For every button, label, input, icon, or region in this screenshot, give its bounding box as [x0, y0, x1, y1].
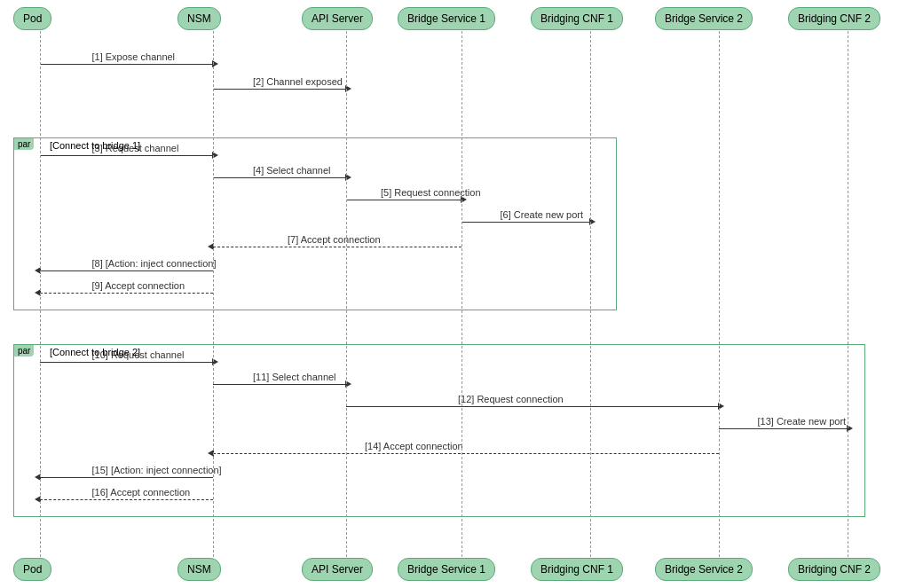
fragment-f1: par[Connect to bridge 1] [13, 137, 617, 310]
fragment-title-f1: [Connect to bridge 1] [50, 140, 140, 151]
actor-bottom-bs1: Bridge Service 1 [398, 558, 495, 581]
actor-top-nsm: NSM [178, 7, 221, 30]
actor-bottom-pod: Pod [13, 558, 51, 581]
arrow-label-a1: [1] Expose channel [92, 51, 176, 62]
actor-bottom-api: API Server [302, 558, 373, 581]
actor-top-bcnf1: Bridging CNF 1 [531, 7, 623, 30]
actor-bottom-bs2: Bridge Service 2 [655, 558, 753, 581]
fragment-label-f2: par [14, 345, 34, 357]
actor-bottom-nsm: NSM [178, 558, 221, 581]
actor-top-bcnf2: Bridging CNF 2 [788, 7, 880, 30]
fragment-label-f1: par [14, 138, 34, 150]
actor-top-bs1: Bridge Service 1 [398, 7, 495, 30]
fragment-f2: par[Connect to bridge 2] [13, 344, 865, 517]
arrow-line-a2 [213, 89, 346, 90]
actor-top-bs2: Bridge Service 2 [655, 7, 753, 30]
sequence-diagram: PodNSMAPI ServerBridge Service 1Bridging… [0, 0, 923, 588]
actor-bottom-bcnf1: Bridging CNF 1 [531, 558, 623, 581]
actor-top-pod: Pod [13, 7, 51, 30]
actor-top-api: API Server [302, 7, 373, 30]
arrow-line-a1 [40, 64, 213, 65]
actor-bottom-bcnf2: Bridging CNF 2 [788, 558, 880, 581]
fragment-title-f2: [Connect to bridge 2] [50, 347, 140, 357]
arrow-label-a2: [2] Channel exposed [253, 76, 343, 87]
